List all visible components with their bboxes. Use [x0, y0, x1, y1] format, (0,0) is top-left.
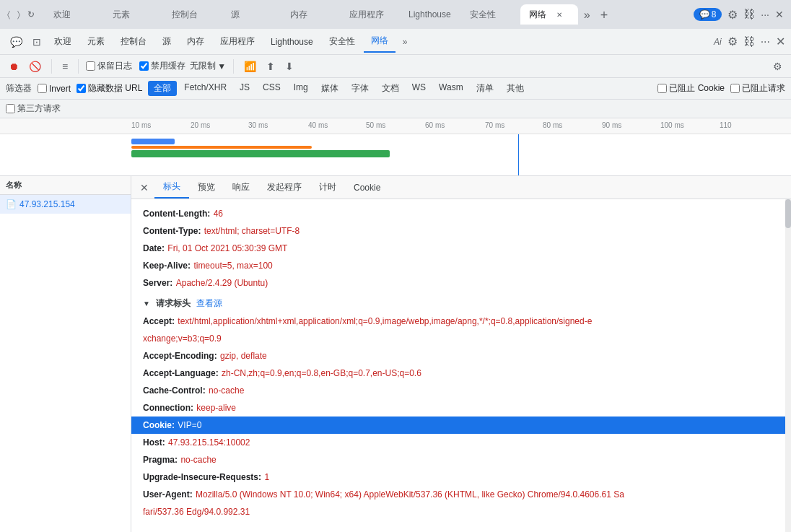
third-party-checkbox[interactable]: 第三方请求 [6, 103, 61, 115]
filter-tab-font[interactable]: 字体 [346, 81, 375, 96]
devtools-nav-console[interactable]: 控制台 [113, 31, 154, 52]
filter-tab-js[interactable]: JS [234, 81, 255, 96]
request-list-item-0[interactable]: 📄 47.93.215.154 [0, 195, 131, 214]
browser-tab-elements[interactable]: 元素 [104, 4, 162, 25]
devtools-more-icon[interactable]: ··· [761, 35, 770, 48]
devtools-nav-network[interactable]: 网络 [364, 30, 396, 53]
clear-button[interactable]: 🚫 [26, 59, 44, 74]
disable-cache-input[interactable] [139, 61, 149, 71]
timeline-bars-area [0, 134, 791, 176]
invert-input[interactable] [38, 84, 47, 93]
tick-50ms: 50 ms [366, 121, 385, 129]
browser-tab-network[interactable]: 网络 ✕ [520, 4, 578, 25]
browser-back-icon[interactable]: 〈 [7, 9, 10, 19]
devtools-nav-security[interactable]: 安全性 [322, 31, 362, 52]
network-settings-button[interactable]: ⚙ [770, 59, 785, 74]
devtools-nav-more-icon[interactable]: » [397, 34, 414, 50]
devtools-inspect-icon[interactable]: ⊡ [28, 33, 45, 51]
detail-tab-timing[interactable]: 计时 [310, 177, 345, 198]
tick-100ms: 100 ms [660, 121, 684, 129]
tab-more-icon[interactable]: » [580, 6, 595, 25]
filter-tab-doc[interactable]: 文档 [376, 81, 405, 96]
filter-button[interactable]: ≡ [59, 59, 71, 74]
timeline-bar-green [131, 150, 390, 157]
third-party-input[interactable] [6, 104, 15, 113]
devtools-close-icon[interactable]: ✕ [776, 35, 785, 48]
filter-tab-css[interactable]: CSS [257, 81, 287, 96]
profile-icon[interactable]: ⛓ [743, 8, 755, 21]
devtools-nav-welcome[interactable]: 欢迎 [47, 31, 79, 52]
browser-tab-memory[interactable]: 内存 [281, 4, 339, 25]
download-button[interactable]: ⬇ [282, 59, 297, 74]
filter-tab-other[interactable]: 其他 [501, 81, 530, 96]
devtools-connect-icon[interactable]: ⛓ [743, 35, 755, 48]
hide-data-url-checkbox[interactable]: 隐藏数据 URL [77, 82, 142, 95]
close-window-icon[interactable]: ✕ [775, 9, 784, 20]
notification-count: 8 [712, 9, 717, 19]
browser-tab-console[interactable]: 控制台 [163, 4, 221, 25]
detail-tab-initiator[interactable]: 发起程序 [258, 177, 310, 198]
invert-checkbox[interactable]: Invert [38, 84, 71, 94]
filter-tab-manifest[interactable]: 清单 [471, 81, 499, 96]
block-requests-checkbox[interactable]: 已阻止请求 [730, 82, 785, 95]
browser-tab-lighthouse[interactable]: Lighthouse [400, 4, 460, 25]
view-source-link[interactable]: 查看源 [196, 297, 222, 310]
scrollbar-track [785, 199, 791, 532]
devtools-nav-application[interactable]: 应用程序 [213, 31, 262, 52]
disable-cache-checkbox[interactable]: 禁用缓存 [139, 60, 185, 72]
settings-icon[interactable]: ⚙ [727, 8, 738, 22]
browser-tab-sources[interactable]: 源 [222, 4, 280, 25]
new-tab-icon[interactable]: + [596, 6, 613, 25]
throttle-dropdown-icon: ▼ [217, 61, 226, 71]
detail-tab-response[interactable]: 响应 [224, 177, 258, 198]
detail-close-button[interactable]: ✕ [134, 179, 154, 196]
detail-tab-preview[interactable]: 预览 [189, 177, 224, 198]
browser-forward-icon[interactable]: 〉 [17, 9, 20, 19]
devtools-nav-lighthouse[interactable]: Lighthouse [263, 32, 320, 51]
throttle-select[interactable]: 无限制 ▼ [190, 60, 226, 72]
tick-10ms: 10 ms [131, 121, 151, 129]
tab-close-icon[interactable]: ✕ [556, 11, 562, 19]
notification-icon: 💬 [699, 9, 710, 19]
preserve-log-input[interactable] [86, 61, 95, 71]
filter-tab-wasm[interactable]: Wasm [433, 81, 469, 96]
preserve-log-checkbox[interactable]: 保留日志 [86, 60, 132, 72]
devtools-nav-elements[interactable]: 元素 [80, 31, 112, 52]
filter-tab-all[interactable]: 全部 [148, 81, 177, 96]
devtools-chat-icon[interactable]: 💬 [6, 33, 27, 51]
record-button[interactable]: ⏺ [6, 59, 22, 74]
tick-30ms: 30 ms [248, 121, 268, 129]
scrollbar-thumb[interactable] [785, 199, 791, 228]
header-accept-language: Accept-Language: zh-CN,zh;q=0.9,en;q=0.8… [131, 365, 791, 382]
block-cookies-input[interactable] [657, 84, 667, 93]
header-content-length: Content-Length: 46 [131, 205, 791, 222]
browser-tab-security[interactable]: 安全性 [461, 4, 519, 25]
filter-tab-fetch[interactable]: Fetch/XHR [178, 81, 232, 96]
wifi-icon-button[interactable]: 📶 [241, 59, 259, 74]
filter-tab-media[interactable]: 媒体 [315, 81, 344, 96]
block-requests-input[interactable] [730, 84, 740, 93]
top-bar-right: 💬 8 ⚙ ⛓ ··· ✕ [694, 8, 784, 22]
record-icon: ⏺ [9, 61, 19, 72]
browser-tab-application[interactable]: 应用程序 [341, 4, 398, 25]
notification-button[interactable]: 💬 8 [694, 8, 722, 21]
more-options-icon[interactable]: ··· [761, 9, 769, 20]
filter-tab-img[interactable]: Img [288, 81, 314, 96]
request-item-name: 47.93.215.154 [19, 199, 75, 209]
upload-button[interactable]: ⬆ [263, 59, 278, 74]
section-arrow: ▼ [143, 300, 150, 308]
detail-content[interactable]: Content-Length: 46 Content-Type: text/ht… [131, 199, 791, 532]
devtools-nav-sources[interactable]: 源 [155, 31, 178, 52]
filter-tab-ws[interactable]: WS [406, 81, 432, 96]
detail-tab-cookie[interactable]: Cookie [345, 178, 389, 197]
browser-refresh-icon[interactable]: ↻ [27, 9, 35, 19]
devtools-nav-memory[interactable]: 内存 [180, 31, 211, 52]
header-cookie[interactable]: Cookie: VIP=0 [131, 417, 791, 434]
browser-tab-welcome[interactable]: 欢迎 [45, 4, 102, 25]
detail-tab-headers[interactable]: 标头 [154, 176, 189, 199]
hide-data-url-input[interactable] [77, 84, 86, 93]
devtools-settings-icon[interactable]: ⚙ [727, 35, 738, 48]
tick-90ms: 90 ms [602, 121, 621, 129]
header-accept: Accept: text/html,application/xhtml+xml,… [131, 313, 791, 330]
block-cookies-checkbox[interactable]: 已阻止 Cookie [657, 82, 725, 95]
